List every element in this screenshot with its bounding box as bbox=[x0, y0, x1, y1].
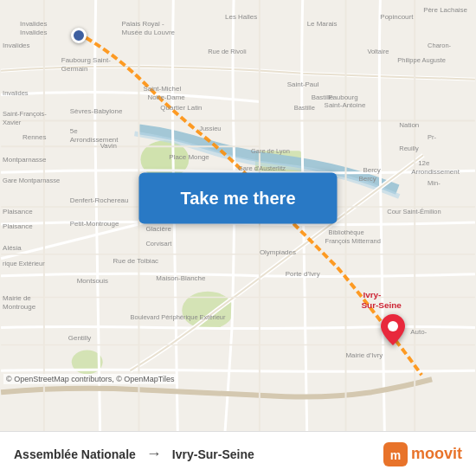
take-me-there-button[interactable]: Take me there bbox=[138, 173, 337, 224]
svg-text:Ivry-: Ivry- bbox=[363, 290, 381, 299]
svg-text:Palais Royal -: Palais Royal - bbox=[122, 20, 164, 28]
svg-text:Montrouge: Montrouge bbox=[3, 303, 36, 311]
svg-text:rique Extérieur: rique Extérieur bbox=[3, 260, 45, 267]
svg-text:Olympiades: Olympiades bbox=[260, 248, 296, 256]
moovit-text: moovit bbox=[411, 445, 462, 463]
svg-text:Charon-: Charon- bbox=[428, 42, 451, 49]
svg-text:Plaisance: Plaisance bbox=[3, 222, 33, 230]
svg-text:Petit-Montrouge: Petit-Montrouge bbox=[70, 220, 119, 228]
svg-text:Montparnasse: Montparnasse bbox=[3, 156, 47, 164]
bottom-bar: Assemblée Nationale → Ivry-Sur-Seine m m… bbox=[0, 431, 476, 476]
svg-text:Faubourg Saint-: Faubourg Saint- bbox=[61, 56, 111, 64]
moovit-logo-icon: m bbox=[383, 442, 408, 466]
svg-text:Arrondissement: Arrondissement bbox=[411, 168, 460, 176]
svg-text:Musée du Louvre: Musée du Louvre bbox=[122, 29, 176, 36]
svg-text:Xavier: Xavier bbox=[3, 119, 22, 126]
svg-text:Gare Montparnasse: Gare Montparnasse bbox=[3, 177, 60, 184]
svg-text:Sur-Seine: Sur-Seine bbox=[361, 300, 402, 310]
svg-text:Min-: Min- bbox=[428, 179, 441, 187]
arrow-icon: → bbox=[146, 445, 162, 463]
svg-text:Bercy: Bercy bbox=[358, 175, 376, 183]
svg-text:Gare de Lyon: Gare de Lyon bbox=[251, 147, 290, 155]
svg-text:5e: 5e bbox=[70, 127, 78, 135]
svg-text:Saint-Paul: Saint-Paul bbox=[287, 80, 319, 88]
svg-text:Les Halles: Les Halles bbox=[225, 13, 257, 21]
svg-text:Popincourt: Popincourt bbox=[380, 13, 414, 21]
svg-text:Gare d'Austerlitz: Gare d'Austerlitz bbox=[238, 164, 286, 172]
svg-text:Mairie d'Ivry: Mairie d'Ivry bbox=[346, 351, 383, 359]
svg-text:Porte d'Ivry: Porte d'Ivry bbox=[286, 270, 320, 278]
svg-text:Quartier Latin: Quartier Latin bbox=[160, 104, 202, 112]
svg-text:Voltaire: Voltaire bbox=[367, 48, 389, 55]
svg-text:Sèvres-Babylone: Sèvres-Babylone bbox=[70, 107, 123, 115]
svg-text:Bercy: Bercy bbox=[363, 166, 380, 174]
svg-text:Montsouis: Montsouis bbox=[77, 277, 108, 285]
svg-text:Nation: Nation bbox=[399, 121, 419, 129]
svg-text:Vavin: Vavin bbox=[100, 142, 117, 150]
svg-text:Reuilly: Reuilly bbox=[399, 145, 419, 152]
svg-text:Pr-: Pr- bbox=[428, 133, 436, 141]
svg-text:Notre-Dame: Notre-Dame bbox=[147, 93, 185, 101]
svg-text:m: m bbox=[390, 448, 401, 462]
origin-label: Assemblée Nationale bbox=[14, 447, 136, 461]
svg-text:Invalides: Invalides bbox=[3, 89, 29, 97]
svg-text:Rennes: Rennes bbox=[23, 133, 46, 141]
svg-text:Glacière: Glacière bbox=[145, 225, 171, 233]
svg-text:Saint-Michel: Saint-Michel bbox=[143, 85, 181, 93]
svg-text:Invalides: Invalides bbox=[20, 20, 47, 28]
svg-text:Auto-: Auto- bbox=[410, 328, 427, 336]
svg-text:Faubourg: Faubourg bbox=[329, 93, 358, 101]
svg-text:François Mitterrand: François Mitterrand bbox=[325, 237, 381, 245]
svg-text:Saint-François-: Saint-François- bbox=[3, 110, 47, 118]
svg-text:Philippe Auguste: Philippe Auguste bbox=[397, 56, 446, 64]
svg-text:Bibliothèque: Bibliothèque bbox=[329, 228, 364, 236]
svg-text:Jussieu: Jussieu bbox=[199, 125, 221, 132]
svg-text:Alésia: Alésia bbox=[3, 244, 22, 252]
map-attribution: © OpenStreetMap contributors, © OpenMapT… bbox=[3, 374, 177, 384]
svg-text:Mairie de: Mairie de bbox=[3, 294, 31, 302]
origin-marker bbox=[71, 28, 87, 43]
svg-text:Bastille: Bastille bbox=[294, 104, 315, 112]
map-container: Invalides Invalides Palais Royal - Musée… bbox=[0, 0, 476, 431]
app: Invalides Invalides Palais Royal - Musée… bbox=[0, 0, 476, 476]
svg-text:Rue de Rivoli: Rue de Rivoli bbox=[208, 48, 247, 55]
destination-marker bbox=[381, 314, 405, 349]
svg-text:Germain: Germain bbox=[61, 65, 88, 73]
svg-text:Maison-Blanche: Maison-Blanche bbox=[156, 274, 206, 282]
svg-text:Plaisance: Plaisance bbox=[3, 208, 33, 215]
svg-text:Invalides: Invalides bbox=[20, 29, 47, 36]
svg-text:Gentilly: Gentilly bbox=[68, 334, 92, 342]
moovit-logo: m moovit bbox=[383, 442, 462, 466]
svg-text:Corvisart: Corvisart bbox=[145, 240, 172, 248]
svg-text:Place Monge: Place Monge bbox=[169, 153, 209, 161]
svg-text:Invalides: Invalides bbox=[3, 42, 29, 49]
svg-text:Le Marais: Le Marais bbox=[307, 20, 338, 28]
svg-text:Boulevard Périphérique Extérie: Boulevard Périphérique Extérieur bbox=[130, 313, 226, 321]
svg-text:Denfert-Rochereau: Denfert-Rochereau bbox=[70, 196, 129, 204]
svg-text:Père Lachaise: Père Lachaise bbox=[423, 6, 467, 14]
svg-text:12e: 12e bbox=[418, 159, 430, 167]
svg-point-87 bbox=[388, 321, 398, 331]
destination-label: Ivry-Sur-Seine bbox=[172, 447, 254, 461]
svg-text:Rue de Tolbiac: Rue de Tolbiac bbox=[113, 257, 158, 265]
svg-text:Cour Saint-Émilion: Cour Saint-Émilion bbox=[387, 208, 441, 215]
svg-text:Saint-Antoine: Saint-Antoine bbox=[325, 102, 366, 110]
